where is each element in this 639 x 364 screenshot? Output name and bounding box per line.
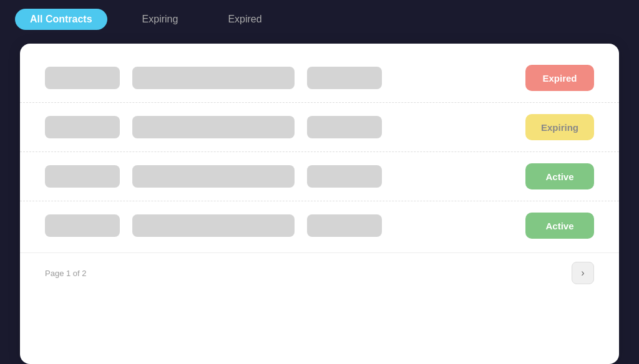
contracts-list: Expired Expiring Active Active (20, 54, 619, 250)
main-container: Expired Expiring Active Active Page 1 of… (20, 44, 619, 364)
table-row: Expiring (20, 103, 619, 152)
col2-placeholder-2 (132, 165, 295, 188)
col2-placeholder-3 (132, 214, 295, 237)
table-row: Active (20, 152, 619, 201)
col1-placeholder-1 (45, 116, 120, 138)
top-navigation: All ContractsExpiringExpired (0, 0, 639, 39)
nav-tab-expiring[interactable]: Expiring (127, 9, 193, 30)
status-badge-2: Active (525, 163, 594, 189)
table-row: Active (20, 201, 619, 250)
col3-placeholder-2 (307, 165, 382, 188)
page-info: Page 1 of 2 (45, 269, 87, 278)
nav-tab-expired[interactable]: Expired (213, 9, 276, 30)
next-page-button[interactable]: › (572, 262, 594, 284)
col1-placeholder-0 (45, 67, 120, 89)
pagination-bar: Page 1 of 2 › (20, 252, 619, 293)
nav-tab-all-contracts[interactable]: All Contracts (15, 9, 107, 30)
col3-placeholder-0 (307, 67, 382, 89)
status-badge-0: Expired (525, 65, 594, 91)
chevron-right-icon: › (581, 267, 584, 279)
col3-placeholder-3 (307, 214, 382, 237)
status-badge-3: Active (525, 213, 594, 239)
col1-placeholder-2 (45, 165, 120, 188)
status-badge-1: Expiring (525, 114, 594, 140)
table-row: Expired (20, 54, 619, 103)
col1-placeholder-3 (45, 214, 120, 237)
col2-placeholder-1 (132, 116, 295, 138)
col2-placeholder-0 (132, 67, 295, 89)
col3-placeholder-1 (307, 116, 382, 138)
